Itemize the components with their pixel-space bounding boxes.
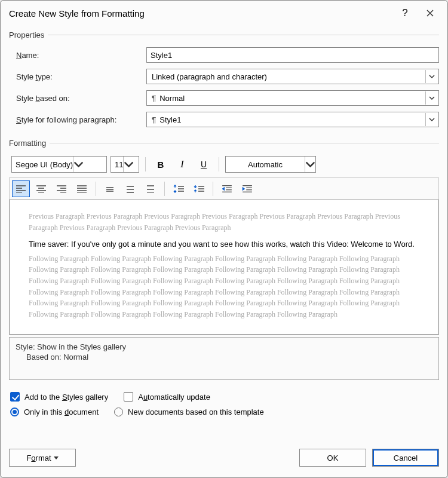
separator (219, 157, 219, 171)
chevron-down-icon (123, 157, 134, 172)
increase-spacing-button[interactable] (170, 180, 188, 197)
based-on-label: Style based on: (9, 94, 146, 103)
font-color-combo[interactable]: Automatic (225, 156, 316, 173)
preview-sample: Time saver: If you've only got a minute … (29, 239, 419, 250)
italic-button[interactable]: I (173, 156, 191, 173)
close-icon (426, 9, 434, 17)
align-left-button[interactable] (12, 180, 30, 197)
chevron-down-icon (305, 157, 315, 172)
paragraph-icon: ¶ (152, 94, 156, 103)
preview-following: Following Paragraph Following Paragraph … (29, 253, 419, 320)
close-button[interactable] (419, 4, 441, 23)
increase-indent-button[interactable] (238, 180, 256, 197)
preview-previous: Previous Paragraph Previous Paragraph Pr… (29, 211, 419, 233)
auto-update-checkbox[interactable]: Automatically update (124, 392, 210, 402)
formatting-group: Formatting Segoe UI (Body) 11 B I U Auto… (9, 139, 439, 384)
add-to-gallery-checkbox[interactable]: Add to the Styles gallery (10, 392, 108, 402)
help-button[interactable]: ? (394, 4, 416, 23)
titlebar: Create New Style from Formatting ? (1, 1, 447, 26)
separator (164, 182, 165, 196)
create-style-dialog: Create New Style from Formatting ? Prope… (0, 0, 448, 478)
dropdown-icon (54, 456, 59, 459)
dialog-title: Create New Style from Formatting (9, 8, 145, 19)
only-this-document-radio[interactable]: Only in this document (10, 407, 99, 416)
desc-line2: Based on: Normal (16, 353, 432, 361)
font-toolbar: Segoe UI (Body) 11 B I U Automatic (9, 154, 439, 177)
line-spacing-1-5-button[interactable] (121, 180, 139, 197)
align-right-button[interactable] (53, 180, 70, 197)
align-center-button[interactable] (32, 180, 50, 197)
options-area: Add to the Styles gallery Automatically … (9, 384, 439, 427)
cancel-button[interactable]: Cancel (372, 449, 439, 467)
name-label: Name: (9, 51, 146, 60)
line-spacing-2-button[interactable] (142, 180, 159, 197)
following-label: Style for following paragraph: (9, 115, 146, 124)
dialog-footer: Format OK Cancel (1, 448, 447, 477)
style-type-label: Style type: (9, 72, 146, 81)
decrease-spacing-button[interactable] (190, 180, 208, 197)
line-spacing-1-button[interactable] (101, 180, 119, 197)
properties-legend: Properties (9, 30, 48, 39)
chevron-down-icon (425, 113, 437, 126)
bold-button[interactable]: B (152, 156, 170, 173)
paragraph-toolbar (9, 177, 439, 200)
font-size-combo[interactable]: 11 (111, 156, 139, 173)
chevron-down-icon (425, 91, 437, 105)
ok-button[interactable]: OK (299, 449, 366, 467)
formatting-legend: Formatting (9, 139, 50, 148)
desc-line1: Style: Show in the Styles gallery (16, 342, 432, 351)
separator (145, 157, 146, 171)
name-input[interactable] (146, 47, 439, 63)
properties-group: Properties Name: Style type: Linked (par… (9, 30, 439, 136)
chevron-down-icon (425, 70, 437, 83)
window-controls: ? (394, 4, 441, 23)
radio-icon (114, 407, 123, 416)
align-justify-button[interactable] (73, 180, 91, 197)
separator (96, 182, 96, 196)
radio-icon (10, 407, 19, 416)
format-button[interactable]: Format (9, 449, 76, 467)
chevron-down-icon (73, 157, 84, 172)
checkbox-icon (124, 392, 133, 402)
separator (213, 182, 213, 196)
new-documents-radio[interactable]: New documents based on this template (114, 407, 264, 416)
checkbox-icon (10, 392, 20, 402)
font-combo[interactable]: Segoe UI (Body) (11, 156, 107, 173)
following-select[interactable]: ¶ Style1 (146, 112, 439, 127)
based-on-select[interactable]: ¶ Normal (146, 90, 439, 106)
decrease-indent-button[interactable] (218, 180, 236, 197)
paragraph-icon: ¶ (152, 115, 156, 124)
preview-pane: Previous Paragraph Previous Paragraph Pr… (9, 200, 439, 335)
underline-button[interactable]: U (195, 156, 213, 173)
style-description: Style: Show in the Styles gallery Based … (9, 337, 439, 380)
style-type-select[interactable]: Linked (paragraph and character) (146, 69, 439, 84)
